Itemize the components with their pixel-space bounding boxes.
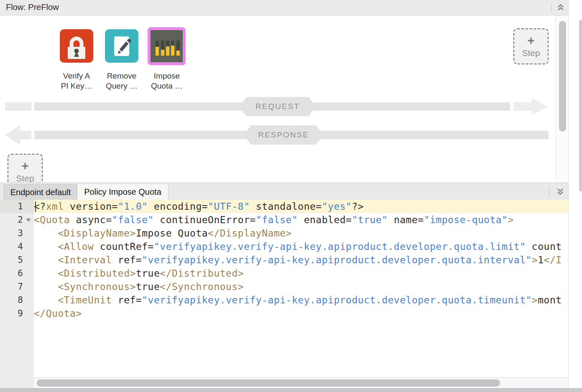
code-text: <Quota async="false" continueOnError="fa… [34, 213, 568, 227]
line-number: 7 [0, 280, 23, 293]
scrollbar-thumb[interactable] [37, 379, 500, 387]
code-text: <TimeUnit ref="verifyapikey.verify-api-k… [34, 293, 568, 307]
collapse-editor-button[interactable] [555, 186, 566, 197]
line-number: 5 [0, 253, 23, 267]
add-step-button-response[interactable]: + Step [8, 154, 43, 183]
line-number: 3 [0, 227, 23, 240]
editor-tab-bar: Endpoint default Policy Impose Quota [0, 183, 568, 200]
code-text: </Quota> [34, 307, 568, 320]
policy-step-remove-query[interactable] [105, 29, 138, 63]
flow-title-bar: Flow: PreFlow [0, 0, 568, 15]
code-text: <Interval ref="verifyapikey.verify-api-k… [34, 253, 568, 267]
lock-icon [60, 57, 93, 64]
code-line[interactable]: 3 <DisplayName>Impose Quota</DisplayName… [0, 227, 568, 240]
title-bar-divider [551, 3, 551, 13]
quota-bars-icon [151, 30, 183, 62]
flow-title: Flow: PreFlow [6, 3, 59, 12]
request-arrow-right-icon [532, 98, 548, 115]
code-line[interactable]: 8 <TimeUnit ref="verifyapikey.verify-api… [0, 293, 568, 307]
policy-step-impose-quota-selected[interactable] [148, 27, 186, 65]
line-number: 2 [0, 213, 23, 227]
policy-label-remove-query: Remove Query … [96, 71, 148, 91]
code-text: <DisplayName>Impose Quota</DisplayName> [34, 227, 568, 240]
line-number: 6 [0, 267, 23, 280]
chevrons-up-icon [555, 2, 566, 13]
window-bottom-edge [0, 388, 582, 392]
request-flow-segment [5, 102, 31, 111]
code-line[interactable]: 9</Quota> [0, 307, 568, 320]
line-number: 8 [0, 293, 23, 307]
code-line[interactable]: 2<Quota async="false" continueOnError="f… [0, 213, 568, 227]
pencil-icon [105, 57, 138, 64]
code-text: <Distributed>true</Distributed> [34, 267, 568, 280]
code-line[interactable]: 5 <Interval ref="verifyapikey.verify-api… [0, 253, 568, 267]
response-arrow-left-icon [5, 125, 20, 145]
tab-endpoint-default[interactable]: Endpoint default [4, 184, 77, 200]
request-lane-badge: REQUEST [240, 97, 316, 116]
fold-toggle-icon[interactable] [26, 219, 31, 222]
editor-horizontal-scrollbar[interactable] [34, 377, 568, 388]
chevrons-down-icon [555, 186, 566, 197]
line-number: 1 [0, 200, 23, 213]
code-text: <?xml version="1.0" encoding="UTF-8" sta… [34, 200, 568, 213]
tab-policy-impose-quota[interactable]: Policy Impose Quota [77, 184, 168, 200]
app-window: Flow: PreFlow [0, 0, 569, 388]
line-number: 9 [0, 307, 23, 320]
policy-step-verify-api-key[interactable] [60, 29, 93, 63]
plus-icon: + [8, 159, 42, 173]
code-line[interactable]: 7 <Synchronous>true</Synchronous> [0, 280, 568, 293]
code-text: <Synchronous>true</Synchronous> [34, 280, 568, 293]
policy-label-verify-api-key: Verify A PI Key… [51, 71, 102, 91]
response-lane-badge: RESPONSE [244, 125, 323, 145]
code-line[interactable]: 4 <Allow countRef="verifyapikey.verify-a… [0, 240, 568, 253]
scrollbar-thumb[interactable] [559, 21, 566, 132]
request-arrow-body [513, 102, 532, 111]
page-vertical-scrollbar[interactable] [579, 20, 582, 191]
code-line[interactable]: 1<?xml version="1.0" encoding="UTF-8" st… [0, 200, 568, 213]
text-caret [35, 201, 36, 212]
add-step-button-request[interactable]: + Step [513, 28, 549, 64]
code-editor[interactable]: 1<?xml version="1.0" encoding="UTF-8" st… [0, 200, 568, 388]
code-line[interactable]: 6 <Distributed>true</Distributed> [0, 267, 568, 280]
line-number: 4 [0, 240, 23, 253]
code-text: <Allow countRef="verifyapikey.verify-api… [34, 240, 568, 253]
tab-bar-divider [549, 186, 549, 197]
response-flow-segment [20, 131, 31, 139]
flow-designer-canvas: Verify A PI Key… Remove Query … Impose Q… [0, 15, 568, 183]
policy-label-impose-quota: Impose Quota … [141, 71, 193, 91]
plus-icon: + [514, 33, 548, 48]
collapse-flow-panel-button[interactable] [555, 2, 566, 13]
flow-vertical-scrollbar[interactable] [556, 15, 568, 183]
